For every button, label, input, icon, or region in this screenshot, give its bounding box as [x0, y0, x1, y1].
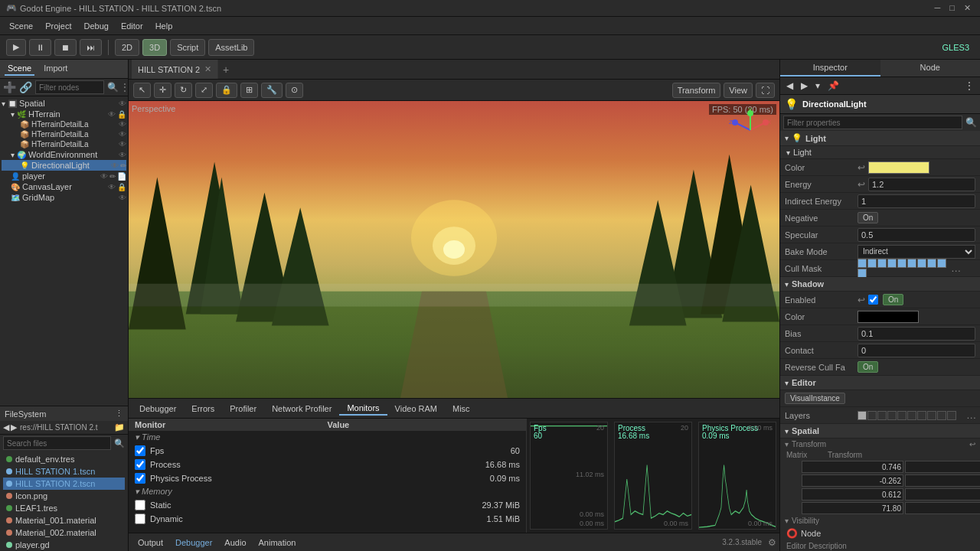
tree-item-detail3[interactable]: 📦 HTerrainDetailLa 👁: [2, 139, 126, 149]
edit-icon-p[interactable]: ✏: [109, 172, 116, 181]
menu-debug[interactable]: Debug: [77, 20, 114, 32]
tree-item-worldenv[interactable]: ▾ 🌍 WorldEnvironment 👁: [2, 149, 126, 160]
cull-cell-8[interactable]: [927, 259, 936, 268]
cull-cell-6[interactable]: [907, 259, 916, 268]
mode-3d-button[interactable]: 3D: [142, 39, 167, 56]
menu-project[interactable]: Project: [39, 20, 77, 32]
visibility-toggle-gm[interactable]: 👁: [119, 194, 126, 202]
select-tool[interactable]: ↖: [133, 83, 151, 98]
light-color-swatch[interactable]: [868, 161, 929, 174]
layer-5[interactable]: [897, 411, 906, 420]
negative-toggle[interactable]: On: [858, 212, 878, 223]
visibility-toggle-p[interactable]: 👁: [100, 172, 108, 181]
scale-tool[interactable]: ⤢: [195, 83, 213, 98]
fs-item-default-env[interactable]: default_env.tres: [3, 453, 125, 465]
visibility-icon[interactable]: 👁: [119, 99, 126, 108]
shadow-checkbox[interactable]: [868, 295, 878, 305]
section-editor[interactable]: ▾ Editor: [780, 376, 980, 390]
filter-props-input[interactable]: [783, 116, 962, 129]
layer-3[interactable]: [877, 411, 887, 420]
fs-back-btn[interactable]: ◀: [3, 422, 9, 432]
fs-item-leaf1[interactable]: LEAF1.tres: [3, 502, 125, 514]
dynamic-checkbox[interactable]: [135, 514, 145, 524]
fs-item-playergd[interactable]: player.gd: [3, 539, 125, 551]
t02-y[interactable]: [905, 488, 980, 500]
tab-misc[interactable]: Misc: [445, 403, 478, 415]
tab-node[interactable]: Node: [880, 60, 981, 77]
tab-profiler[interactable]: Profiler: [222, 403, 264, 415]
maximize-btn[interactable]: □: [949, 3, 955, 13]
cull-cell-2[interactable]: [867, 259, 877, 268]
animation-tab[interactable]: Animation: [253, 536, 302, 549]
tab-import[interactable]: Import: [41, 62, 70, 76]
tab-errors[interactable]: Errors: [184, 403, 222, 415]
output-tab[interactable]: Output: [132, 536, 169, 549]
3d-viewport[interactable]: Perspective FPS: 50 (20 ms) X Z: [129, 101, 779, 398]
history-back-btn[interactable]: ◀: [783, 79, 796, 93]
visibility-toggle-cl[interactable]: 👁: [108, 183, 116, 191]
transform-btn[interactable]: Transform: [672, 83, 721, 98]
subsection-transform[interactable]: ▾ Transform ↩: [780, 439, 980, 450]
tab-scene[interactable]: Scene: [5, 62, 34, 76]
tab-video-ram[interactable]: Video RAM: [387, 403, 445, 415]
add-node-icon[interactable]: ➕: [3, 81, 16, 93]
cull-cell-9[interactable]: [937, 259, 946, 268]
lock-icon-cl[interactable]: 🔒: [117, 183, 126, 191]
subsection-visibility[interactable]: ▾ Visibility: [780, 515, 980, 527]
visibility-toggle-d1[interactable]: 👁: [119, 120, 126, 129]
script-icon-p[interactable]: 📄: [117, 172, 126, 181]
layer-2[interactable]: [867, 411, 877, 420]
fs-search-icon[interactable]: 🔍: [114, 439, 125, 448]
visual-instance-btn[interactable]: VisualInstance: [785, 393, 845, 404]
tree-item-canvas[interactable]: 🎨 CanvasLayer 👁 🔒: [2, 181, 126, 192]
layer-7[interactable]: [917, 411, 926, 420]
snap-tool[interactable]: 🔧: [261, 83, 283, 98]
tree-item-detail1[interactable]: 📦 HTerrainDetailLa 👁: [2, 119, 126, 129]
cull-cell-4[interactable]: [887, 259, 897, 268]
shadow-color-swatch[interactable]: [858, 311, 919, 323]
history-list-btn[interactable]: ▾: [812, 79, 823, 93]
static-checkbox[interactable]: [135, 500, 145, 510]
add-tab-btn[interactable]: +: [218, 62, 234, 77]
menu-editor[interactable]: Editor: [115, 20, 149, 32]
cull-more-btn[interactable]: …: [951, 262, 961, 274]
t01-y[interactable]: [905, 474, 980, 487]
layer-4[interactable]: [887, 411, 897, 420]
transform-reset-btn[interactable]: ↩: [969, 440, 975, 448]
debugger-tab[interactable]: Debugger: [169, 536, 218, 549]
section-light[interactable]: ▾ 💡 Light: [780, 131, 980, 146]
bias-input[interactable]: [858, 327, 975, 341]
script-button[interactable]: Script: [170, 39, 205, 56]
fs-item-hs2[interactable]: HILL STATION 2.tscn: [3, 478, 125, 490]
tree-item-dirlight[interactable]: 💡 DirectionalLight 👁 ✏: [2, 160, 126, 171]
layer-6[interactable]: [907, 411, 916, 420]
t02-x[interactable]: [802, 488, 903, 500]
visibility-toggle-d3[interactable]: 👁: [119, 140, 126, 148]
step-button[interactable]: ⏭: [80, 39, 102, 56]
bake-mode-select[interactable]: Indirect Disabled All: [858, 245, 975, 259]
viewport-tab-hs2[interactable]: HILL STATION 2 ✕: [132, 60, 218, 79]
stop-button[interactable]: ⏹: [54, 39, 77, 56]
audio-tab[interactable]: Audio: [218, 536, 252, 549]
shadow-enabled-toggle[interactable]: On: [883, 294, 903, 305]
tree-item-spatial[interactable]: ▾ 🔲 Spatial 👁: [2, 98, 126, 109]
tab-monitors[interactable]: Monitors: [339, 402, 387, 416]
cull-cell-5[interactable]: [897, 259, 906, 268]
specular-input[interactable]: [858, 228, 975, 242]
mode-2d-button[interactable]: 2D: [115, 39, 139, 56]
tree-item-gridmap[interactable]: 🗺️ GridMap 👁: [2, 192, 126, 203]
tab-inspector[interactable]: Inspector: [780, 60, 880, 77]
menu-help[interactable]: Help: [149, 20, 179, 32]
physics-checkbox[interactable]: [135, 473, 145, 484]
lock-icon-hterrain[interactable]: 🔒: [117, 110, 126, 119]
history-fwd-btn[interactable]: ▶: [798, 79, 811, 93]
fs-item-hs1[interactable]: HILL STATION 1.tscn: [3, 465, 125, 478]
visibility-toggle-dl[interactable]: 👁: [111, 161, 119, 170]
t03-x[interactable]: [802, 502, 903, 514]
group-tool[interactable]: ⊞: [240, 83, 258, 98]
fs-menu-icon[interactable]: ⋮: [115, 409, 123, 419]
energy-reset-btn[interactable]: ↩: [858, 179, 865, 190]
play-button[interactable]: ▶: [6, 39, 26, 56]
t03-y[interactable]: [905, 502, 980, 514]
fs-search-input[interactable]: [3, 436, 111, 450]
